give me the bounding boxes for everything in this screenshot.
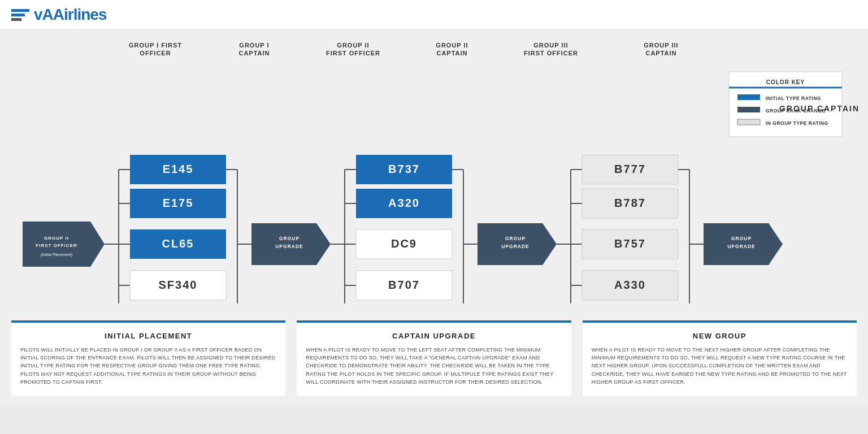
logo-text: vAAirlines	[34, 6, 107, 24]
label-b707: B707	[388, 279, 420, 291]
box-e145	[130, 155, 226, 184]
info-box-text-newgroup: WHEN A PILOT IS READY TO MOVE TO THE NEX…	[592, 346, 848, 387]
diagram-area: GROUP I FIRSTOFFICER GROUP ICAPTAIN GROU…	[0, 30, 868, 309]
label-b787: B787	[614, 197, 646, 209]
key-label-initial: INITIAL TYPE RATING	[766, 96, 821, 101]
logo-airlines: irlines	[64, 6, 106, 23]
box-dc9	[356, 229, 452, 259]
logo-stripes	[11, 9, 29, 21]
g1cap-upgrade-text2: UPGRADE	[275, 244, 303, 249]
box-b707	[356, 271, 452, 300]
info-box-new-group: NEW GROUP WHEN A PILOT IS READY TO MOVE …	[583, 320, 857, 396]
box-a320	[356, 189, 452, 218]
col-header-group1cap: GROUP ICAPTAIN	[212, 41, 297, 58]
logo-aa: AA	[42, 6, 64, 23]
g2cap-upgrade-bg	[478, 223, 557, 265]
label-b737: B737	[388, 163, 420, 175]
label-e145: E145	[163, 163, 194, 175]
col-header-group2cap: GROUP IICAPTAIN	[410, 41, 494, 58]
label-dc9: DC9	[391, 237, 417, 250]
info-section: INITIAL PLACEMENT PILOTS WILL INITIALLY …	[0, 309, 868, 407]
logo-stripe-1	[11, 9, 29, 12]
box-b777	[582, 155, 678, 184]
diagram-svg: GROUP II FIRST OFFICER (Initial Placemen…	[17, 66, 859, 303]
left-entry-text3: (Initial Placement)	[41, 253, 72, 257]
g1cap-upgrade-text1: GROUP	[279, 236, 300, 241]
label-cl65: CL65	[162, 237, 194, 250]
info-box-title-captain: CAPTAIN UPGRADE	[306, 332, 562, 340]
info-box-initial-placement: INITIAL PLACEMENT PILOTS WILL INITIALLY …	[11, 320, 285, 396]
header: vAAirlines	[0, 0, 868, 30]
g3cap-upgrade-bg	[704, 223, 783, 265]
box-b787	[582, 189, 678, 218]
group-captain-label: GROUP CAPTAIN	[779, 104, 859, 113]
g2cap-upgrade-text1: GROUP	[505, 236, 526, 241]
logo-stripe-2	[11, 14, 25, 16]
left-entry-text1: GROUP II	[44, 236, 69, 241]
col-header-group1fo: GROUP I FIRSTOFFICER	[99, 41, 212, 58]
logo-v: v	[34, 6, 42, 23]
col-header-group3cap: GROUP IIICAPTAIN	[619, 41, 704, 58]
key-swatch-initial	[737, 94, 760, 100]
info-box-text-initial: PILOTS WILL INITIALLY BE PLACED IN GROUP…	[20, 346, 276, 387]
box-a330	[582, 271, 678, 300]
g1cap-upgrade-bg	[251, 223, 331, 265]
g3cap-upgrade-text1: GROUP	[731, 236, 752, 241]
left-entry-bg	[23, 222, 105, 267]
box-b757	[582, 229, 678, 259]
color-key-box	[729, 72, 842, 137]
color-key-title: COLOR KEY	[766, 79, 805, 85]
g2cap-upgrade-text2: UPGRADE	[501, 244, 530, 249]
key-swatch-ingroup	[737, 119, 760, 125]
g3cap-upgrade-text2: UPGRADE	[727, 244, 756, 249]
key-swatch-rank	[737, 107, 760, 112]
column-headers: GROUP I FIRSTOFFICER GROUP ICAPTAIN GROU…	[11, 41, 857, 58]
info-box-title-initial: INITIAL PLACEMENT	[20, 332, 276, 340]
col-header-group3fo: GROUP IIIFIRST OFFICER	[494, 41, 607, 58]
box-cl65	[130, 229, 226, 259]
info-box-text-captain: WHEN A PILOT IS READY TO MOVE TO THE LEF…	[306, 346, 562, 387]
label-b777: B777	[614, 163, 646, 175]
key-label-rank: GROUP RANK CHANGE	[766, 108, 826, 114]
col-header-group2fo: GROUP IIFIRST OFFICER	[297, 41, 410, 58]
label-e175: E175	[163, 197, 194, 209]
box-b737	[356, 155, 452, 184]
label-a330: A330	[614, 279, 646, 291]
label-a320: A320	[388, 197, 420, 209]
label-sf340: SF340	[159, 279, 198, 291]
info-box-title-newgroup: NEW GROUP	[592, 332, 848, 340]
box-sf340	[130, 271, 226, 300]
info-box-captain-upgrade: CAPTAIN UPGRADE WHEN A PILOT IS READY TO…	[297, 320, 571, 396]
key-label-ingroup: IN GROUP TYPE RATING	[766, 120, 828, 126]
left-entry-text2: FIRST OFFICER	[36, 243, 77, 248]
label-b757: B757	[614, 237, 646, 250]
diagram-inner: GROUP II FIRST OFFICER (Initial Placemen…	[17, 66, 857, 303]
box-e175	[130, 189, 226, 218]
logo-stripe-3	[11, 18, 21, 21]
